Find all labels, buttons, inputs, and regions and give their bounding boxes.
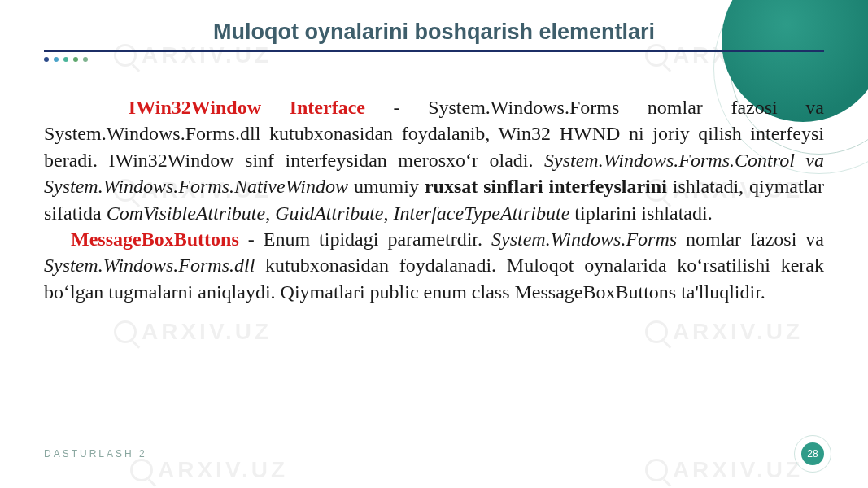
- page-number-badge: 28: [801, 442, 824, 465]
- title-underline: [44, 50, 824, 52]
- slide-title: Muloqot oynalarini boshqarish elementlar…: [0, 20, 868, 45]
- paragraph-1: IWin32Window Interface - System.Windows.…: [44, 94, 824, 226]
- watermark: ARXIV.UZ: [645, 42, 803, 68]
- footer: DASTURLASH 2 28: [44, 442, 824, 465]
- term-messageboxbuttons: MessageBoxButtons: [71, 229, 239, 250]
- accent-dots: [44, 57, 88, 62]
- watermark: ARXIV.UZ: [114, 319, 272, 345]
- paragraph-2: MessageBoxButtons - Enum tipidagi parame…: [44, 226, 824, 305]
- body-text: IWin32Window Interface - System.Windows.…: [44, 94, 824, 305]
- term-iwin32window: IWin32Window Interface: [129, 97, 365, 118]
- footer-label: DASTURLASH 2: [44, 448, 147, 460]
- watermark: ARXIV.UZ: [114, 42, 272, 68]
- watermark: ARXIV.UZ: [645, 319, 803, 345]
